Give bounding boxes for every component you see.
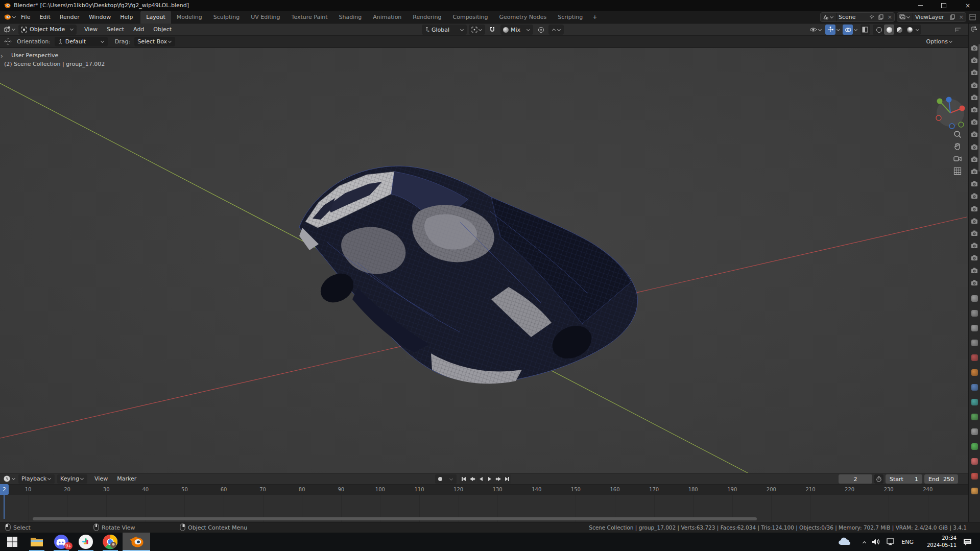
- view-layer-selector[interactable]: ViewLayer ×: [897, 12, 966, 22]
- pin-icon[interactable]: [867, 13, 876, 21]
- tab-rendering[interactable]: Rendering: [407, 11, 447, 23]
- tab-compositing[interactable]: Compositing: [447, 11, 494, 23]
- timeline-editor-type-button[interactable]: [0, 475, 16, 483]
- outliner-camera-icon[interactable]: [971, 107, 978, 113]
- zoom-view-icon[interactable]: [953, 130, 962, 139]
- object-visibility-dropdown[interactable]: [809, 27, 822, 33]
- tab-layout[interactable]: Layout: [140, 11, 171, 23]
- timeline-menu-marker[interactable]: Marker: [112, 472, 141, 485]
- end-frame-field[interactable]: End 250: [924, 474, 958, 484]
- new-workspace-button[interactable]: +: [588, 11, 601, 23]
- outliner-camera-icon[interactable]: [971, 268, 978, 274]
- timeline-menu-playback[interactable]: Playback: [18, 474, 55, 484]
- tab-uv-editing[interactable]: UV Editing: [245, 11, 285, 23]
- properties-tab-10[interactable]: [971, 443, 978, 450]
- toolbar-expand-arrow[interactable]: ›: [1, 53, 3, 60]
- move-view-icon[interactable]: [953, 142, 962, 151]
- timeline-ruler[interactable]: 1020304050607080901001101201301401501601…: [0, 484, 968, 495]
- proportional-editing-toggle[interactable]: [536, 25, 546, 35]
- next-keyframe-button[interactable]: [494, 474, 503, 484]
- xray-toggle[interactable]: [861, 25, 870, 35]
- viewport-menu-add[interactable]: Add: [129, 23, 149, 36]
- playhead-badge[interactable]: 2: [0, 484, 9, 495]
- shading-material-button[interactable]: [894, 25, 904, 35]
- clock[interactable]: 20:34 2024-05-11: [920, 535, 957, 549]
- show-gizmo-toggle[interactable]: [825, 25, 835, 35]
- gizmo-z-neg[interactable]: [949, 124, 954, 129]
- outliner-camera-icon[interactable]: [971, 82, 978, 88]
- camera-view-icon[interactable]: [953, 154, 962, 163]
- action-center-icon[interactable]: [963, 538, 973, 546]
- onedrive-cloud-icon[interactable]: [838, 537, 852, 546]
- new-view-layer-icon[interactable]: [948, 13, 957, 21]
- shading-solid-button[interactable]: [884, 25, 894, 35]
- outliner-camera-icon[interactable]: [971, 218, 978, 224]
- navigation-gizmo[interactable]: [936, 97, 965, 129]
- properties-tab-9[interactable]: [971, 428, 978, 435]
- outliner-camera-icon[interactable]: [971, 230, 978, 236]
- options-dropdown[interactable]: Options: [926, 38, 953, 45]
- close-button[interactable]: ×: [955, 0, 980, 11]
- mode-dropdown[interactable]: Object Mode: [18, 25, 77, 35]
- gizmo-x-neg[interactable]: [936, 115, 941, 121]
- taskbar-chrome[interactable]: [98, 533, 123, 551]
- properties-tab-13[interactable]: [971, 488, 978, 494]
- outliner-camera-icon[interactable]: [971, 206, 978, 212]
- unlink-scene-icon[interactable]: ×: [886, 13, 894, 21]
- jump-to-end-button[interactable]: [503, 474, 511, 484]
- properties-tab-4[interactable]: [971, 354, 978, 361]
- outliner-camera-icon[interactable]: [971, 57, 978, 63]
- outliner-camera-icon[interactable]: [971, 156, 978, 162]
- language-indicator[interactable]: ENG: [901, 539, 914, 545]
- taskbar-slack[interactable]: [74, 533, 98, 551]
- toggle-ortho-icon[interactable]: [953, 166, 962, 176]
- scene-selector[interactable]: Scene ×: [820, 12, 895, 22]
- orientation-dropdown[interactable]: Default: [55, 37, 108, 46]
- tab-animation[interactable]: Animation: [367, 11, 407, 23]
- gizmo-y-axis[interactable]: [937, 99, 943, 104]
- gizmo-y-neg[interactable]: [959, 122, 964, 127]
- outliner-icon[interactable]: [971, 26, 978, 33]
- viewport-3d[interactable]: › User Perspective (2) Scene Collection …: [0, 48, 968, 473]
- properties-tab-6[interactable]: [971, 384, 978, 391]
- previous-keyframe-button[interactable]: [468, 474, 476, 484]
- volume-icon[interactable]: [872, 538, 881, 546]
- menu-file[interactable]: File: [16, 11, 35, 23]
- play-button[interactable]: [486, 474, 494, 484]
- minimize-button[interactable]: [909, 0, 932, 11]
- new-scene-icon[interactable]: [876, 13, 886, 21]
- properties-tab-1[interactable]: [971, 310, 978, 317]
- menu-render[interactable]: Render: [55, 11, 84, 23]
- taskbar-blender[interactable]: [123, 533, 150, 551]
- properties-tab-2[interactable]: [971, 325, 978, 331]
- tab-geometry-nodes[interactable]: Geometry Nodes: [493, 11, 552, 23]
- timeline-menu-view[interactable]: View: [90, 472, 112, 485]
- properties-tab-11[interactable]: [971, 458, 978, 465]
- snap-magnet-toggle[interactable]: [487, 25, 497, 35]
- taskbar-file-explorer[interactable]: [25, 533, 49, 551]
- outliner-camera-icon[interactable]: [971, 255, 978, 261]
- shading-wireframe-button[interactable]: [874, 25, 884, 35]
- show-overlays-toggle[interactable]: [843, 25, 853, 35]
- tray-expand-icon[interactable]: [863, 541, 866, 544]
- outliner-camera-icon[interactable]: [971, 131, 978, 137]
- menu-help[interactable]: Help: [115, 11, 137, 23]
- gizmo-x-axis[interactable]: [960, 106, 965, 111]
- car-model[interactable]: [299, 166, 637, 384]
- current-frame-field[interactable]: 2: [839, 474, 872, 484]
- timeline-menu-keying[interactable]: Keying: [57, 474, 87, 484]
- taskbar-discord[interactable]: 9+: [49, 533, 74, 551]
- outliner-camera-icon[interactable]: [971, 193, 978, 199]
- blender-menu-button[interactable]: [0, 13, 16, 20]
- outliner-camera-icon[interactable]: [971, 119, 978, 125]
- tab-scripting[interactable]: Scripting: [552, 11, 588, 23]
- network-icon[interactable]: [886, 538, 896, 546]
- outliner-camera-icon[interactable]: [971, 243, 978, 249]
- playhead-line[interactable]: [4, 495, 5, 519]
- start-frame-field[interactable]: Start 1: [886, 474, 922, 484]
- jump-to-start-button[interactable]: [460, 474, 468, 484]
- tab-texture-paint[interactable]: Texture Paint: [286, 11, 333, 23]
- play-reverse-button[interactable]: [477, 474, 485, 484]
- properties-tab-12[interactable]: [971, 473, 978, 480]
- snap-target-dropdown[interactable]: [469, 25, 485, 35]
